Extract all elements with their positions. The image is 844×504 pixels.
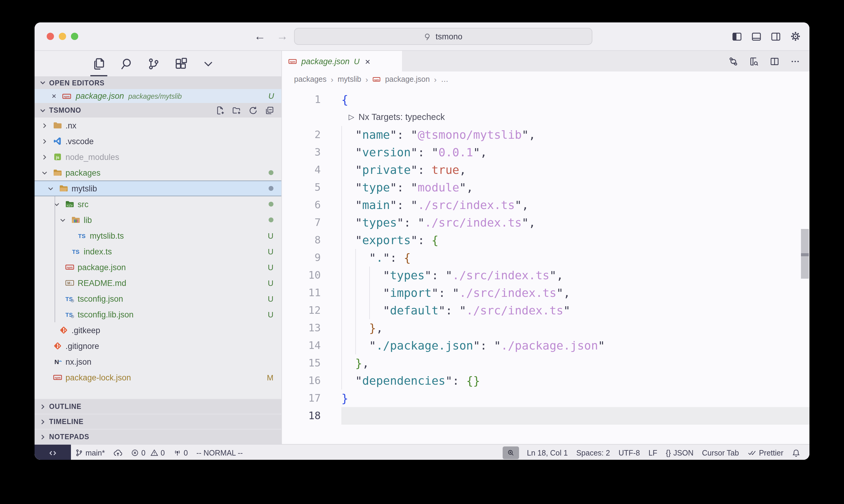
tree-item-gitignore[interactable]: .gitignore [35, 338, 281, 354]
chevron-right-icon [39, 433, 46, 440]
code-line[interactable]: 18 [282, 407, 809, 425]
close-tab-icon[interactable]: × [365, 56, 371, 66]
tree-item-packages[interactable]: packages [35, 165, 281, 181]
close-editor-icon[interactable]: × [50, 91, 57, 101]
breadcrumb-mytslib[interactable]: mytslib [338, 75, 361, 84]
codelens-row[interactable]: ▷Nx Targets: typecheck [282, 108, 809, 126]
cursor-position-status[interactable]: Ln 18, Col 1 [523, 445, 572, 460]
publish-button[interactable] [109, 445, 127, 460]
code-line[interactable]: 16 "dependencies": {} [282, 372, 809, 390]
code-line[interactable]: 7 "types": "./src/index.ts", [282, 214, 809, 231]
line-number: 10 [282, 267, 321, 284]
open-editors-header[interactable]: OPEN EDITORS [35, 76, 281, 89]
chevron-right-icon [39, 418, 46, 425]
language-mode-status[interactable]: {} JSON [661, 445, 697, 460]
workspace-header[interactable]: TSMONO [35, 103, 281, 118]
code-line[interactable]: 17} [282, 390, 809, 407]
toggle-secondary-sidebar-icon[interactable] [771, 31, 781, 41]
more-views-chevron-icon[interactable] [201, 51, 215, 76]
settings-gear-icon[interactable] [790, 31, 801, 42]
more-actions-icon[interactable] [790, 56, 800, 66]
breadcrumb-package-json[interactable]: package.json [385, 75, 430, 84]
search-editor-icon[interactable] [749, 56, 759, 66]
extensions-icon[interactable] [173, 51, 188, 76]
code-line[interactable]: 15 }, [282, 354, 809, 372]
open-changes-icon[interactable] [728, 56, 739, 66]
folder-open-icon [52, 167, 63, 178]
indent-guide [355, 319, 356, 337]
chevron-down-icon [57, 217, 67, 223]
tree-item-package-lock[interactable]: npm package-lock.json M [35, 370, 281, 385]
minimize-window-button[interactable] [59, 33, 66, 40]
close-window-button[interactable] [47, 33, 54, 40]
vertical-scrollbar[interactable] [801, 229, 809, 278]
codelens[interactable]: ▷Nx Targets: typecheck [341, 108, 445, 126]
tree-item-index-ts[interactable]: TS index.ts U [35, 244, 281, 259]
vim-mode-status[interactable]: -- NORMAL -- [192, 445, 247, 460]
toggle-panel-icon[interactable] [751, 31, 761, 41]
command-center-search[interactable]: tsmono [294, 28, 592, 45]
indent-guide [355, 337, 356, 354]
code-line[interactable]: 13 }, [282, 319, 809, 337]
tree-item-readme[interactable]: M↓ README.md U [35, 275, 281, 291]
line-number: 3 [282, 144, 321, 161]
zoom-indicator[interactable] [503, 447, 519, 459]
notifications-bell[interactable] [788, 445, 805, 460]
tree-item-nx-folder[interactable]: .nx [35, 118, 281, 133]
tree-item-tsconfig-lib[interactable]: TS tsconfig.lib.json U [35, 307, 281, 322]
code-line[interactable]: 8 "exports": { [282, 231, 809, 249]
code-line[interactable]: 2 "name": "@tsmono/mytslib", [282, 126, 809, 144]
history-back-button[interactable]: ← [254, 30, 265, 43]
remote-indicator[interactable] [35, 445, 71, 460]
maximize-window-button[interactable] [71, 33, 78, 40]
code-line[interactable]: 12 "default": "./src/index.ts" [282, 302, 809, 319]
tree-item-gitkeep[interactable]: .gitkeep [35, 322, 281, 338]
history-forward-button[interactable]: → [276, 30, 288, 43]
code-editor[interactable]: 1{▷Nx Targets: typecheck2 "name": "@tsmo… [282, 87, 809, 444]
new-file-icon[interactable] [216, 106, 225, 115]
code-line[interactable]: 6 "main": "./src/index.ts", [282, 196, 809, 214]
tree-item-lib[interactable]: lib [35, 212, 281, 228]
ports-status[interactable]: 0 [169, 445, 192, 460]
code-line[interactable]: 3 "version": "0.0.1", [282, 144, 809, 161]
formatter-status[interactable]: Prettier [743, 445, 788, 460]
explorer-icon[interactable] [91, 51, 106, 76]
tree-item-node-modules[interactable]: js node_modules [35, 149, 281, 165]
broadcast-icon [173, 449, 181, 457]
new-folder-icon[interactable] [232, 106, 241, 115]
source-control-icon[interactable] [146, 51, 161, 76]
split-editor-icon[interactable] [770, 56, 780, 66]
tree-item-mytslib[interactable]: mytslib [35, 181, 281, 196]
tree-item-vscode-folder[interactable]: .vscode [35, 133, 281, 149]
eol-status[interactable]: LF [644, 445, 661, 460]
tree-item-src[interactable]: </> src [35, 196, 281, 212]
indent-guide [341, 302, 342, 319]
encoding-status[interactable]: UTF-8 [614, 445, 644, 460]
toggle-primary-sidebar-icon[interactable] [732, 31, 742, 41]
code-line[interactable]: 10 "types": "./src/index.ts", [282, 267, 809, 284]
breadcrumb-more[interactable]: … [441, 75, 448, 84]
code-line[interactable]: 14 "./package.json": "./package.json" [282, 337, 809, 354]
notepads-section-header[interactable]: NOTEPADS [35, 429, 281, 444]
search-view-icon[interactable] [119, 51, 133, 76]
tree-item-mytslib-ts[interactable]: TS mytslib.ts U [35, 228, 281, 244]
code-line[interactable]: 4 "private": true, [282, 161, 809, 179]
branch-status[interactable]: main* [71, 445, 109, 460]
timeline-section-header[interactable]: TIMELINE [35, 414, 281, 429]
refresh-icon[interactable] [248, 106, 258, 115]
indentation-status[interactable]: Spaces: 2 [572, 445, 614, 460]
tree-item-nx-json[interactable]: N nx.json [35, 354, 281, 370]
tab-package-json[interactable]: npm package.json U × [282, 51, 402, 71]
code-line[interactable]: 5 "type": "module", [282, 179, 809, 196]
breadcrumb-packages[interactable]: packages [294, 75, 327, 84]
code-line[interactable]: 9 ".": { [282, 249, 809, 267]
tree-item-tsconfig[interactable]: TS tsconfig.json U [35, 291, 281, 307]
cursor-tab-status[interactable]: Cursor Tab [698, 445, 743, 460]
problems-status[interactable]: 0 0 [127, 445, 169, 460]
collapse-all-icon[interactable] [265, 106, 274, 115]
tree-item-package-json[interactable]: npm package.json U [35, 259, 281, 275]
open-editor-entry[interactable]: × npm package.json packages/mytslib U [35, 89, 281, 103]
outline-section-header[interactable]: OUTLINE [35, 399, 281, 414]
code-line[interactable]: 11 "import": "./src/index.ts", [282, 284, 809, 302]
code-line[interactable]: 1{ [282, 91, 809, 108]
